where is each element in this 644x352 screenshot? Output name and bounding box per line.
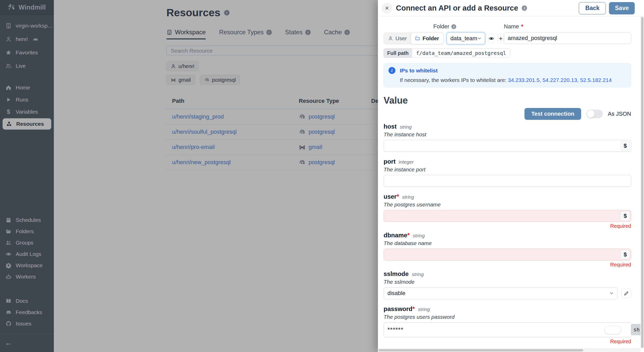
- edit-sslmode-button[interactable]: [621, 288, 631, 298]
- field-host: host string The instance host $: [384, 123, 631, 152]
- segment-label: User: [395, 35, 407, 41]
- drawer-title-info-icon[interactable]: i: [522, 5, 527, 11]
- drawer-vertical-scrollbar[interactable]: [640, 16, 644, 348]
- owner-kind-user[interactable]: User: [384, 33, 411, 44]
- field-port: port integer The instance port: [384, 158, 631, 187]
- full-path-row: Full path f/data_team/amazed_postgresql: [384, 48, 510, 58]
- field-description: The instance host: [384, 131, 631, 138]
- sslmode-select-value: disable: [387, 290, 405, 297]
- toggle-knob: [587, 110, 595, 118]
- show-password-toggle[interactable]: [604, 326, 621, 334]
- required-note: Required: [384, 223, 631, 229]
- field-name: password*: [384, 305, 415, 313]
- required-asterisk: *: [407, 232, 410, 239]
- sslmode-select[interactable]: disable: [384, 287, 618, 299]
- field-type: integer: [399, 159, 414, 165]
- required-note: Required: [384, 339, 631, 345]
- clipped-tooltip: sh: [631, 324, 640, 335]
- owner-kind-toggle: User Folder: [384, 32, 444, 44]
- field-name: user*: [384, 193, 399, 200]
- user-icon: [388, 36, 393, 41]
- ips-whitelist-info-box: i IPs to whitelist If necessary, the wor…: [384, 63, 631, 87]
- chevron-down-icon: [477, 36, 482, 41]
- field-user: user* string The postgres username $ Req…: [384, 193, 631, 229]
- value-section-heading: Value: [384, 95, 631, 106]
- field-type: string: [400, 124, 412, 130]
- whitelist-ips[interactable]: 34.233.201.5, 54.227.220.13, 52.5.182.21…: [508, 77, 612, 83]
- field-description: The postgres username: [384, 202, 631, 208]
- required-asterisk: *: [412, 305, 415, 312]
- password-input[interactable]: [384, 322, 631, 337]
- field-name: dbname*: [384, 232, 410, 239]
- required-asterisk: *: [521, 23, 523, 30]
- info-box-title: IPs to whitelist: [400, 68, 438, 74]
- field-sslmode: sslmode string The sslmode disable: [384, 270, 631, 299]
- test-connection-button[interactable]: Test connection: [524, 108, 581, 120]
- scrollbar-thumb[interactable]: [378, 349, 583, 351]
- eye-icon: [489, 36, 494, 41]
- name-field-label: Name: [504, 23, 519, 30]
- field-type: string: [418, 307, 430, 312]
- field-name: port: [384, 158, 396, 165]
- drawer-horizontal-scrollbar[interactable]: [378, 348, 640, 352]
- folder-select-value: data_team: [451, 35, 477, 42]
- insert-variable-button[interactable]: $: [621, 211, 630, 221]
- view-folder-button[interactable]: [488, 33, 494, 43]
- owner-kind-folder[interactable]: Folder: [411, 32, 443, 44]
- folder-info-icon[interactable]: i: [451, 24, 456, 29]
- add-resource-drawer: × Connect an API or add a Resource i Bac…: [378, 0, 644, 352]
- port-input[interactable]: [384, 175, 631, 187]
- field-type: string: [412, 272, 423, 277]
- field-description: The database name: [384, 240, 631, 246]
- required-note: Required: [384, 262, 631, 268]
- user-input[interactable]: [384, 210, 631, 222]
- folder-icon: [415, 36, 420, 41]
- full-path-label: Full path: [384, 48, 412, 58]
- folder-field-label: Folder: [433, 23, 449, 30]
- as-json-toggle[interactable]: [586, 110, 603, 118]
- back-button[interactable]: Back: [579, 2, 606, 14]
- resource-name-input[interactable]: [504, 32, 631, 44]
- insert-variable-button[interactable]: $: [621, 141, 630, 150]
- field-dbname: dbname* string The database name $ Requi…: [384, 232, 631, 268]
- add-folder-button[interactable]: +: [498, 33, 504, 43]
- segment-label: Folder: [422, 35, 439, 41]
- close-icon[interactable]: ×: [382, 3, 392, 14]
- required-asterisk: *: [397, 193, 399, 200]
- field-description: The postgres users password: [384, 314, 631, 320]
- pencil-icon: [624, 291, 629, 296]
- field-password: password* string The postgres users pass…: [384, 305, 631, 345]
- save-button[interactable]: Save: [609, 2, 635, 14]
- drawer-body: Folder i User Folder: [378, 16, 640, 348]
- scrollbar-thumb[interactable]: [641, 17, 643, 348]
- field-name: host: [384, 123, 397, 130]
- info-box-text: If necessary, the workers IPs to whiteli…: [400, 77, 508, 83]
- insert-variable-button[interactable]: $: [621, 250, 630, 259]
- field-type: string: [413, 233, 425, 239]
- info-icon: i: [388, 67, 395, 74]
- field-description: The sslmode: [384, 279, 631, 285]
- dbname-input[interactable]: [384, 249, 631, 261]
- drawer-title: Connect an API or add a Resource: [396, 4, 518, 12]
- field-type: string: [402, 194, 414, 200]
- folder-select[interactable]: data_team: [447, 32, 485, 44]
- windmill-app: Windmill virgin-worksp... henri Favorite…: [0, 0, 644, 352]
- as-json-label: As JSON: [608, 111, 631, 117]
- field-description: The instance port: [384, 166, 631, 173]
- full-path-value: f/data_team/amazed_postgresql: [412, 48, 510, 58]
- chevron-down-icon: [609, 291, 614, 296]
- drawer-header: × Connect an API or add a Resource i Bac…: [378, 0, 644, 16]
- field-name: sslmode: [384, 270, 409, 278]
- host-input[interactable]: [384, 140, 631, 152]
- plus-icon: +: [499, 35, 503, 43]
